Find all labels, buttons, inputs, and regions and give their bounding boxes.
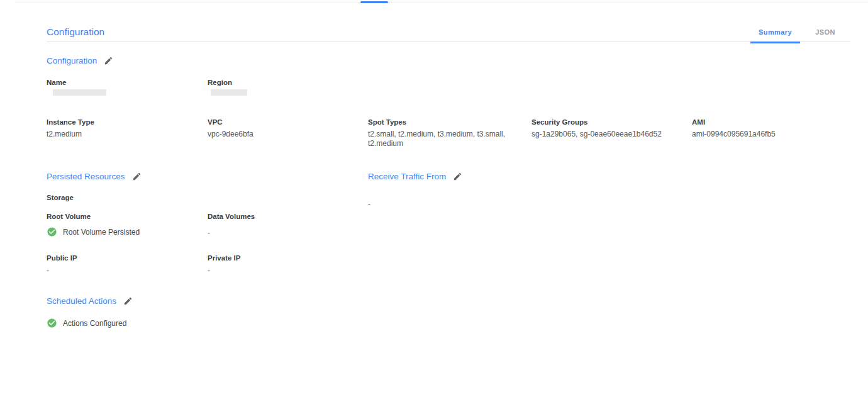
scheduled-actions-section-title: Scheduled Actions <box>47 296 116 306</box>
configuration-section-title: Configuration <box>47 56 97 65</box>
field-label-ami: AMI <box>692 118 705 126</box>
persisted-resources-section-title: Persisted Resources <box>47 172 125 181</box>
field-value-spot-types: t2.small, t2.medium, t3.medium, t3.small… <box>368 130 518 148</box>
top-active-tab-indicator <box>360 1 388 3</box>
field-label-data-volumes: Data Volumes <box>208 213 255 220</box>
field-label-private-ip: Private IP <box>208 254 240 262</box>
scheduled-actions-section-header: Scheduled Actions <box>47 296 133 306</box>
redacted-value-region <box>211 89 247 96</box>
field-label-spot-types: Spot Types <box>368 118 406 126</box>
field-label-instance-type: Instance Type <box>47 118 94 126</box>
pencil-icon[interactable] <box>123 296 133 306</box>
persisted-resources-section-header: Persisted Resources <box>47 172 142 181</box>
field-label-region: Region <box>208 79 232 86</box>
pencil-icon[interactable] <box>453 172 462 181</box>
pencil-icon[interactable] <box>132 172 142 181</box>
field-value-vpc: vpc-9dee6bfa <box>208 130 253 139</box>
configuration-summary-page: Configuration Summary JSON Configuration… <box>0 0 868 397</box>
scheduled-actions-status-text: Actions Configured <box>63 319 126 328</box>
field-label-public-ip: Public IP <box>47 254 77 262</box>
check-circle-icon <box>47 226 57 237</box>
field-label-name: Name <box>47 79 66 86</box>
field-label-security-groups: Security Groups <box>531 118 587 126</box>
check-circle-icon <box>47 318 57 328</box>
configuration-section-header: Configuration <box>47 56 113 65</box>
field-value-instance-type: t2.medium <box>47 130 82 139</box>
receive-traffic-from-section-title: Receive Traffic From <box>368 172 446 181</box>
receive-traffic-from-section-header: Receive Traffic From <box>368 172 462 181</box>
tab-summary[interactable]: Summary <box>750 28 800 36</box>
field-value-data-volumes: - <box>208 228 210 238</box>
field-value-public-ip: - <box>47 266 49 276</box>
header-divider <box>47 42 850 42</box>
root-volume-status-text: Root Volume Persisted <box>63 228 140 237</box>
active-tab-underline <box>750 42 800 43</box>
redacted-value-name <box>53 89 106 96</box>
field-label-vpc: VPC <box>208 118 223 126</box>
field-label-root-volume: Root Volume <box>47 213 91 220</box>
pencil-icon[interactable] <box>104 56 113 65</box>
top-tabbar-rule <box>15 2 868 3</box>
field-value-ami: ami-0994c095691a46fb5 <box>692 130 776 139</box>
field-value-security-groups: sg-1a29b065, sg-0eae60eeae1b46d52 <box>531 130 662 139</box>
scheduled-actions-status: Actions Configured <box>47 318 126 328</box>
root-volume-status: Root Volume Persisted <box>47 226 140 237</box>
receive-traffic-from-value: - <box>368 200 370 210</box>
storage-subsection-label: Storage <box>47 194 74 201</box>
page-title: Configuration <box>47 26 104 38</box>
tab-json[interactable]: JSON <box>806 28 844 36</box>
field-value-private-ip: - <box>208 266 210 276</box>
